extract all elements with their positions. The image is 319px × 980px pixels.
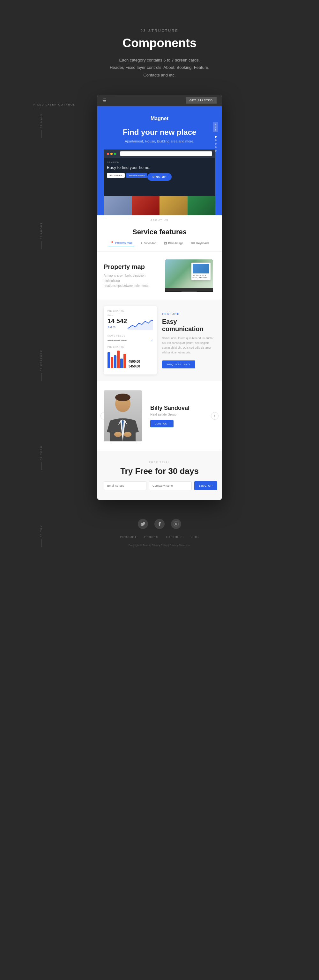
property-map-section: Property map A map is a symbolic depicti… <box>97 252 222 299</box>
hero-nav-label: MAIN <box>213 122 218 132</box>
image-icon: 🖼 <box>164 242 167 245</box>
tab-keyboard[interactable]: ⌨ Keyboard <box>189 240 211 246</box>
inner-browser-bar <box>104 150 215 158</box>
nav-dot-2[interactable] <box>215 139 217 141</box>
bar-red-1 <box>111 357 113 368</box>
bar-group <box>107 350 126 368</box>
nav-dot-3[interactable] <box>215 143 217 145</box>
chart-card: PIE CHARTS Price 14 542 4,35 % <box>104 306 157 374</box>
svg-point-5 <box>124 432 131 437</box>
news-item-1: Real estate news ✓ <box>107 338 153 343</box>
section-label: 03 STRUCTURE <box>6 29 313 32</box>
footer: PRODUCT PRICING EXPLORE BLOG Copyright ©… <box>0 509 319 556</box>
about-section: ABOUT US Service features 📍 Property map… <box>97 215 222 299</box>
house-image-4 <box>188 196 215 215</box>
feature-title: Easy comunication <box>162 318 215 333</box>
footer-nav-pricing[interactable]: PRICING <box>144 535 158 539</box>
browser-mockup: ☰ GET STARTED Magnet Find your new place… <box>97 95 222 500</box>
nav-dot-5[interactable] <box>215 150 217 152</box>
team-person-image <box>104 390 142 441</box>
contact-button[interactable]: CONTACT <box>150 420 174 427</box>
svg-marker-0 <box>128 320 153 330</box>
tab-plain-image[interactable]: 🖼 Plain Image <box>162 240 185 246</box>
search-text: Easy to find your home. <box>107 165 212 170</box>
chart-value: 14 542 <box>107 317 127 325</box>
hero-section: Magnet Find your new place Apartament, H… <box>97 106 222 215</box>
feature-description: Sollicit udin, lorem quis bibendum aucto… <box>162 336 215 355</box>
property-map-text: Property map A map is a symbolic depicti… <box>104 263 156 288</box>
tab-video[interactable]: 🖥 Video tab <box>138 240 158 246</box>
facebook-icon[interactable] <box>155 519 164 529</box>
control-bar: ☰ GET STARTED <box>97 95 222 106</box>
feature-badge: FEATURE <box>162 312 215 315</box>
team-section: ‹ <box>97 381 222 451</box>
sing-up-cta[interactable]: SING UP <box>147 173 172 181</box>
request-info-button[interactable]: REQUEST INFO <box>162 360 195 368</box>
nav-dot-1[interactable] <box>215 136 217 138</box>
search-label: SEARCH <box>107 161 212 164</box>
feature-section: PIE CHARTS Price 14 542 4,35 % <box>97 299 222 381</box>
tab-search-property[interactable]: Search Property <box>126 173 147 178</box>
feature-right: FEATURE Easy comunication Sollicit udin,… <box>162 306 215 374</box>
bar-red-3 <box>123 354 126 368</box>
tab-property-map[interactable]: 📍 Property map <box>108 240 134 247</box>
laptop-base <box>165 288 213 291</box>
about-section-header: ABOUT US <box>97 215 222 225</box>
chart-sublabel: Price <box>107 314 153 317</box>
service-features-title: Service features <box>97 225 222 240</box>
page-wrapper: 03 STRUCTURE Components Each category co… <box>0 0 319 556</box>
property-map-image: San Francisco, CA, 94121, United States <box>163 259 215 292</box>
chart-label: PIE CHARTS <box>107 310 153 312</box>
browser-url-bar <box>120 151 212 156</box>
twitter-icon[interactable] <box>138 519 148 529</box>
laptop-stand <box>181 291 197 292</box>
bar-red-2 <box>117 350 120 368</box>
footer-nav-blog[interactable]: BLOG <box>190 535 199 539</box>
map-pin-icon: 📍 <box>110 241 114 245</box>
feature-tabs: 📍 Property map 🖥 Video tab 🖼 Plain Image <box>97 240 222 252</box>
company-input[interactable] <box>149 481 192 490</box>
inner-browser: SEARCH Easy to find your home. All Locat… <box>104 150 215 215</box>
footer-nav-product[interactable]: PRODUCT <box>120 535 137 539</box>
team-info: Billy Sandoval Real Estate Group CONTACT <box>145 405 215 427</box>
email-input[interactable] <box>104 481 147 490</box>
keyboard-icon: ⌨ <box>191 242 195 245</box>
browser-dot-red <box>107 153 109 155</box>
get-started-button[interactable]: GET STARTED <box>186 97 217 103</box>
instagram-icon[interactable] <box>171 519 181 529</box>
property-map-title: Property map <box>104 263 156 270</box>
page-title: Components <box>6 37 313 50</box>
bar-values: 4500,00 3450,00 <box>129 360 153 368</box>
tab-all-locations[interactable]: All Locations <box>107 173 125 178</box>
svg-point-3 <box>115 394 131 401</box>
nav-dot-4[interactable] <box>215 146 217 148</box>
team-next-button[interactable]: › <box>211 412 219 420</box>
map-card-image <box>193 264 209 274</box>
footer-nav: PRODUCT PRICING EXPLORE BLOG <box>6 535 313 539</box>
trial-header: FREE TRIAL <box>104 461 215 464</box>
hamburger-icon[interactable]: ☰ <box>102 98 107 103</box>
house-image-3 <box>160 196 188 215</box>
browser-dot-green <box>114 153 116 155</box>
bar-chart: 4500,00 3450,00 <box>107 350 153 368</box>
browser-dot-yellow <box>110 153 113 155</box>
side-label-try: 05 TRY <box>40 525 43 547</box>
bar-blue-1 <box>107 352 110 368</box>
footer-nav-explore[interactable]: EXPLORE <box>166 535 182 539</box>
map-card: San Francisco, CA, 94121, United States <box>191 262 211 280</box>
trial-title: Try Free for 30 days <box>104 466 215 476</box>
bar-value-2: 3450,00 <box>129 364 153 368</box>
map-card-address: San Francisco, CA, 94121, United States <box>193 274 209 279</box>
check-icon-1: ✓ <box>151 339 153 342</box>
inner-browser-tabs: All Locations SING UP Search Property <box>107 173 212 178</box>
house-image-2 <box>132 196 160 215</box>
page-description: Each category contains 6 to 7 screen car… <box>6 56 313 79</box>
trial-form: SING UP <box>104 481 215 490</box>
signup-button[interactable]: SING UP <box>194 481 217 490</box>
pie-chart-label: PIE CHARTS <box>107 346 153 348</box>
line-chart-svg <box>128 317 153 330</box>
feature-left: PIE CHARTS Price 14 542 4,35 % <box>104 306 157 374</box>
video-icon: 🖥 <box>140 242 143 245</box>
team-person <box>104 390 145 441</box>
person-svg <box>104 390 142 441</box>
